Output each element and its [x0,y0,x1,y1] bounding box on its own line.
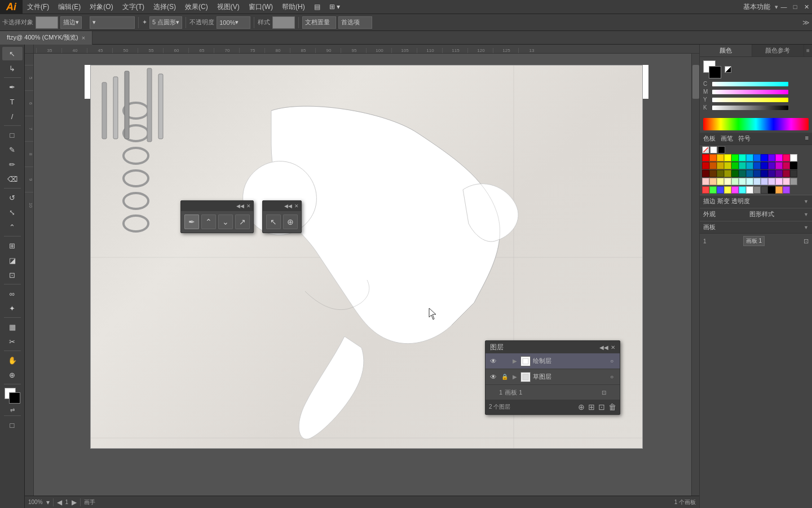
menu-effect[interactable]: 效果(C) [180,0,213,14]
m-slider[interactable] [712,90,788,94]
layers-merge-btn[interactable]: ⊡ [598,402,605,411]
color-panel-menu[interactable]: ≡ [804,45,812,56]
layer-row-draw[interactable]: 👁 ▶ 绘制层 ○ [486,353,620,369]
symbol-tool[interactable]: ✦ [2,301,23,315]
minimize-button[interactable]: — [779,2,789,12]
swatch-cell[interactable] [768,162,775,169]
menu-file[interactable]: 文件(F) [23,0,54,14]
swatch-cell[interactable] [775,178,783,185]
swatch-cell[interactable] [717,162,724,169]
swatch-cell[interactable] [709,170,717,177]
swatch-cell[interactable] [702,186,709,194]
swatch-cell[interactable] [746,178,753,185]
swatch-cell[interactable] [783,186,790,194]
swatch-cell[interactable] [731,186,739,194]
arrow-select-btn[interactable]: ↖ [266,214,281,229]
swatch-tab-2[interactable]: 画笔 [721,135,733,142]
y-slider[interactable] [712,98,788,102]
swatch-cell[interactable] [702,162,709,169]
swatch-cell[interactable] [753,154,761,161]
first-options-btn[interactable]: 首选项 [338,16,372,29]
artboard-icon[interactable]: ⊡ [602,389,606,396]
menu-object[interactable]: 对象(O) [85,0,117,14]
layer-eye-sketch[interactable]: 👁 [489,373,498,381]
swatch-cell[interactable] [775,154,783,161]
swatch-cell[interactable] [746,186,753,194]
swatch-cell[interactable] [790,178,797,185]
swatch-cell[interactable] [739,170,746,177]
opacity-box[interactable]: 100% ▾ [217,16,250,29]
swatch-cell[interactable] [739,186,746,194]
stroke-dropdown[interactable]: 描边 ▾ [60,16,82,29]
swatch-cell[interactable] [753,186,761,194]
brush-dropdown[interactable]: 5 点圆形 ▾ [149,16,182,29]
layer-expand-draw[interactable]: ▶ [511,358,518,364]
swatch-cell[interactable] [709,162,717,169]
swatch-cell[interactable] [746,154,753,161]
artboard-section-header[interactable]: 画板 ▼ [700,221,812,234]
swatch-cell[interactable] [783,162,790,169]
swatch-cell[interactable] [702,170,709,177]
screen-mode-btn[interactable]: □ [2,418,23,432]
swatch-cell[interactable] [775,162,783,169]
convert-anchor-btn[interactable]: ↗ [235,214,250,229]
layers-close[interactable]: ✕ [611,344,615,351]
panel-pen-close[interactable]: ✕ [246,203,251,209]
slice-tool[interactable]: ✂ [2,335,23,348]
swatch-cell[interactable] [702,154,709,161]
panel-pen-collapse[interactable]: ◀◀ [236,203,244,209]
color-ref-tab[interactable]: 颜色参考 [752,45,805,56]
vertical-scrollbar[interactable] [691,54,699,496]
gradient-tool[interactable]: ◪ [2,253,23,267]
swatch-cell[interactable] [768,178,775,185]
menu-help[interactable]: 帮助(H) [277,0,310,14]
page-prev[interactable]: ◀ [57,498,62,506]
layers-copy-btn[interactable]: ⊞ [588,402,595,411]
swatch-cell[interactable] [761,154,768,161]
swatch-cell[interactable] [761,186,768,194]
pen-tool-btn[interactable]: ✒ [184,214,199,229]
layer-vis-sketch[interactable]: ○ [607,374,616,380]
swatch-cell[interactable] [709,186,717,194]
restore-button[interactable]: □ [790,2,800,12]
layer-row-sketch[interactable]: 👁 🔒 ▶ 草图层 ○ [486,369,620,385]
swatch-cell[interactable] [783,178,790,185]
swatch-cell[interactable] [790,162,797,169]
swatch-cell[interactable] [746,162,753,169]
swatch-cell[interactable] [753,162,761,169]
direct-selection-tool[interactable]: ↳ [2,62,23,75]
eraser-tool[interactable]: ⌫ [2,172,23,186]
page-next[interactable]: ▶ [72,498,77,506]
layer-lock-sketch[interactable]: 🔒 [500,374,509,380]
fill-color-box[interactable] [36,16,58,29]
tab-close-button[interactable]: × [82,34,85,41]
blend-tool[interactable]: ∞ [2,287,23,300]
swatch-white[interactable] [710,146,717,154]
layers-collapse[interactable]: ◀◀ [599,344,608,351]
swatch-black[interactable] [718,146,725,154]
layer-vis-draw[interactable]: ○ [607,358,616,364]
delete-anchor-btn[interactable]: ⌄ [218,214,233,229]
menu-window[interactable]: 窗口(W) [244,0,277,14]
layer-expand-sketch[interactable]: ▶ [511,374,518,380]
column-graph-tool[interactable]: ▦ [2,320,23,334]
add-anchor-btn[interactable]: ⌃ [201,214,216,229]
swatch-cell[interactable] [775,170,783,177]
none-color-btn[interactable] [725,66,731,73]
swatch-cell[interactable] [790,154,797,161]
color-spectrum[interactable] [703,118,809,130]
swatch-cell[interactable] [717,154,724,161]
swatch-cell[interactable] [768,154,775,161]
rect-tool[interactable]: □ [2,128,23,142]
swatch-cell[interactable] [724,178,731,185]
layers-search-btn[interactable]: ⊕ [578,402,585,411]
scale-tool[interactable]: ⤡ [2,205,23,219]
swatch-cell[interactable] [739,162,746,169]
workspace-dropdown[interactable]: ▾ [775,3,778,11]
swatch-menu[interactable]: ≡ [805,134,809,143]
swatch-cell[interactable] [761,170,768,177]
panel-arrow-collapse[interactable]: ◀◀ [284,203,292,209]
hand-tool[interactable]: ✋ [2,353,23,367]
swatch-cell[interactable] [783,170,790,177]
swatch-cell[interactable] [739,154,746,161]
